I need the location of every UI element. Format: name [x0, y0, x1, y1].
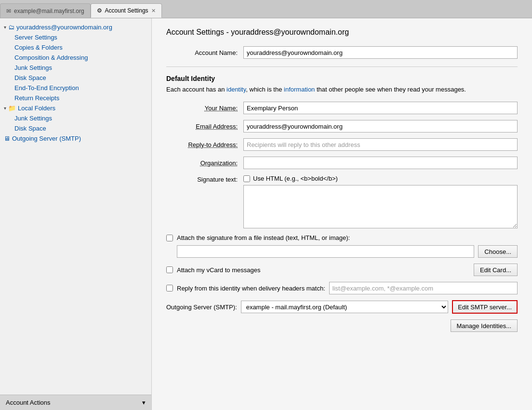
server-icon: 🖥 — [4, 135, 10, 142]
email-tab-icon: ✉ — [6, 8, 11, 14]
sidebar-item-lf-disk-label: Disk Space — [14, 125, 46, 132]
reply-from-label: Reply from this identity when delivery h… — [177, 285, 325, 292]
attach-sig-row: Attach the signature from a file instead… — [166, 234, 518, 241]
vcard-row: Attach my vCard to messages Edit Card... — [166, 264, 518, 276]
use-html-label: Use HTML (e.g., <b>bold</b>) — [253, 175, 338, 182]
account-name-input[interactable] — [243, 46, 518, 59]
outgoing-server-row: Outgoing Server (SMTP): example - mail.m… — [166, 300, 518, 314]
your-name-label: Your Name: — [166, 105, 243, 112]
sidebar-item-end-to-end[interactable]: End-To-End Encryption — [0, 83, 151, 93]
use-html-row: Use HTML (e.g., <b>bold</b>) — [243, 175, 518, 182]
attach-sig-section: Attach the signature from a file instead… — [166, 234, 518, 258]
settings-tab-icon: ⚙ — [97, 7, 102, 14]
account-actions-label: Account Actions — [6, 399, 51, 406]
reply-to-label: Reply-to Address: — [166, 141, 243, 148]
tab-email-label: example@mail.mayfirst.org — [14, 8, 84, 14]
organization-label: Organization: — [166, 159, 243, 167]
sidebar-item-copies-folders-label: Copies & Folders — [14, 44, 63, 51]
sidebar-content: ▾ 🗂 youraddress@yourowndomain.org Server… — [0, 18, 151, 395]
attach-sig-file-input[interactable] — [177, 245, 474, 258]
sidebar-item-end-to-end-label: End-To-End Encryption — [14, 84, 79, 92]
account-name-row: Account Name: — [166, 46, 518, 59]
edit-card-button[interactable]: Edit Card... — [474, 264, 518, 276]
default-identity-heading: Default Identity — [166, 75, 518, 82]
outgoing-server-select[interactable]: example - mail.mayfirst.org (Default) — [241, 301, 449, 313]
account-name-label: Account Name: — [166, 49, 243, 56]
email-address-row: Email Address: — [166, 120, 518, 132]
chevron-down-icon: ▾ — [4, 25, 6, 30]
account-actions-bar[interactable]: Account Actions ▾ — [0, 395, 151, 410]
sidebar-item-return-receipts-label: Return Receipts — [14, 94, 59, 102]
edit-smtp-button[interactable]: Edit SMTP server... — [452, 300, 518, 314]
sidebar-account-email: youraddress@yourowndomain.org — [16, 24, 112, 31]
vcard-checkbox[interactable] — [166, 266, 173, 273]
vcard-left: Attach my vCard to messages — [166, 266, 260, 274]
chevron-down-icon-lf: ▾ — [4, 106, 6, 111]
attach-sig-checkbox[interactable] — [166, 235, 173, 241]
outgoing-server-label: Outgoing Server (SMTP): — [166, 304, 237, 311]
sidebar-outgoing-server[interactable]: 🖥 Outgoing Server (SMTP) — [0, 133, 151, 144]
close-tab-icon[interactable]: ✕ — [151, 8, 156, 14]
reply-from-checkbox[interactable] — [166, 285, 173, 291]
your-name-row: Your Name: — [166, 102, 518, 114]
attach-sig-label: Attach the signature from a file instead… — [177, 234, 350, 241]
email-address-input[interactable] — [243, 120, 518, 132]
divider-1 — [166, 66, 518, 67]
tab-settings[interactable]: ⚙ Account Settings ✕ — [91, 3, 162, 18]
main-layout: ▾ 🗂 youraddress@yourowndomain.org Server… — [0, 18, 532, 410]
folder-icon: 📁 — [8, 105, 16, 112]
use-html-checkbox[interactable] — [243, 175, 250, 182]
main-content: Account Settings - youraddress@yourowndo… — [152, 18, 532, 410]
signature-row: Signature text: Use HTML (e.g., <b>bold<… — [166, 175, 518, 228]
sidebar-item-junk-settings-label: Junk Settings — [14, 64, 52, 71]
sidebar-item-server-settings-label: Server Settings — [14, 34, 57, 41]
sidebar-item-copies-folders[interactable]: Copies & Folders — [0, 42, 151, 53]
reply-to-row: Reply-to Address: — [166, 138, 518, 151]
sidebar-item-lf-junk-label: Junk Settings — [14, 115, 52, 122]
your-name-input[interactable] — [243, 102, 518, 114]
sidebar-local-folders-label: Local Folders — [18, 105, 55, 112]
manage-identities-row: Manage Identities... — [166, 319, 518, 332]
tab-bar: ✉ example@mail.mayfirst.org ⚙ Account Se… — [0, 0, 532, 18]
sidebar-item-return-receipts[interactable]: Return Receipts — [0, 93, 151, 103]
vcard-label: Attach my vCard to messages — [177, 266, 260, 274]
page-title: Account Settings - youraddress@yourowndo… — [166, 28, 518, 37]
sidebar-item-lf-disk[interactable]: Disk Space — [0, 123, 151, 133]
reply-to-input[interactable] — [243, 138, 518, 151]
sidebar-item-junk-settings[interactable]: Junk Settings — [0, 63, 151, 73]
organization-row: Organization: — [166, 157, 518, 169]
tab-email[interactable]: ✉ example@mail.mayfirst.org — [0, 3, 91, 18]
sidebar-outgoing-label: Outgoing Server (SMTP) — [12, 135, 81, 142]
manage-identities-button[interactable]: Manage Identities... — [451, 319, 518, 332]
signature-textarea[interactable] — [243, 185, 518, 228]
email-address-label: Email Address: — [166, 123, 243, 130]
attach-sig-file-row: Choose... — [177, 245, 518, 258]
signature-right: Use HTML (e.g., <b>bold</b>) — [243, 175, 518, 228]
default-identity-desc: Each account has an identity, which is t… — [166, 85, 518, 94]
sidebar-local-folders[interactable]: ▾ 📁 Local Folders — [0, 103, 151, 113]
chevron-down-icon-actions: ▾ — [142, 399, 146, 406]
sidebar-account-root[interactable]: ▾ 🗂 youraddress@yourowndomain.org — [0, 22, 151, 32]
sidebar: ▾ 🗂 youraddress@yourowndomain.org Server… — [0, 18, 152, 410]
reply-from-row: Reply from this identity when delivery h… — [166, 282, 518, 294]
tab-settings-label: Account Settings — [105, 7, 148, 14]
account-icon: 🗂 — [8, 24, 14, 31]
sidebar-item-composition-addressing-label: Composition & Addressing — [14, 54, 88, 61]
reply-from-input[interactable] — [329, 282, 518, 294]
sidebar-item-disk-space-label: Disk Space — [14, 74, 46, 81]
sidebar-item-server-settings[interactable]: Server Settings — [0, 32, 151, 42]
choose-button[interactable]: Choose... — [478, 245, 518, 258]
organization-input[interactable] — [243, 157, 518, 169]
sidebar-item-disk-space[interactable]: Disk Space — [0, 73, 151, 83]
signature-text-label: Signature text: — [166, 175, 243, 183]
sidebar-item-lf-junk[interactable]: Junk Settings — [0, 113, 151, 123]
sidebar-item-composition-addressing[interactable]: Composition & Addressing — [0, 53, 151, 63]
